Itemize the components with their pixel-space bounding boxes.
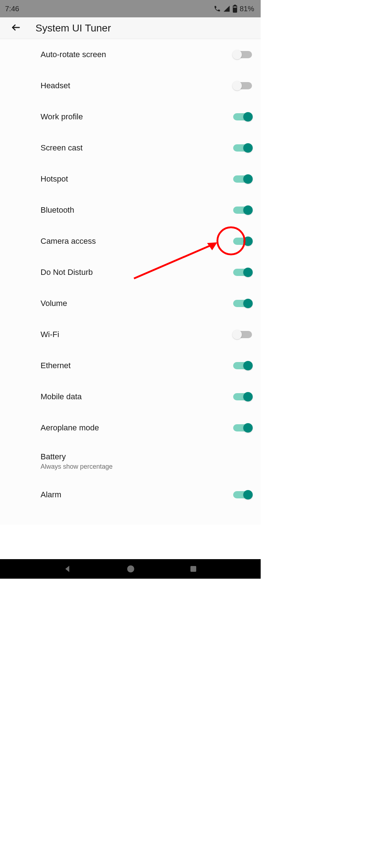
battery-icon [232, 5, 237, 13]
row-bluetooth[interactable]: Bluetooth [0, 195, 261, 226]
row-label: Screen cast [41, 143, 83, 153]
nav-home-icon[interactable] [126, 564, 135, 574]
toggle-hotspot[interactable] [233, 175, 252, 183]
signal-icon [223, 5, 230, 12]
row-hotspot[interactable]: Hotspot [0, 163, 261, 195]
svg-rect-7 [190, 566, 196, 572]
row-ethernet[interactable]: Ethernet [0, 350, 261, 381]
row-label: Ethernet [41, 361, 71, 370]
row-label: Alarm [41, 490, 61, 499]
status-right: 81% [214, 5, 254, 13]
row-label: Auto-rotate screen [41, 50, 106, 59]
toggle-auto-rotate-screen[interactable] [233, 51, 252, 58]
toggle-wi-fi[interactable] [233, 331, 252, 338]
row-work-profile[interactable]: Work profile [0, 101, 261, 132]
row-label: Hotspot [41, 174, 68, 184]
page-title: System UI Tuner [35, 22, 111, 34]
row-auto-rotate-screen[interactable]: Auto-rotate screen [0, 39, 261, 70]
toggle-volume[interactable] [233, 300, 252, 307]
status-bar: 7:46 81% [0, 0, 261, 17]
svg-rect-1 [234, 5, 236, 6]
svg-line-4 [134, 244, 214, 278]
svg-point-6 [127, 565, 134, 573]
status-time: 7:46 [5, 5, 19, 13]
annotation-arrow-icon [130, 239, 224, 284]
row-alarm[interactable]: Alarm [0, 479, 261, 510]
android-nav-bar [0, 559, 261, 579]
toggle-ethernet[interactable] [233, 362, 252, 369]
row-label: Work profile [41, 112, 83, 122]
toggle-screen-cast[interactable] [233, 144, 252, 152]
row-aeroplane-mode[interactable]: Aeroplane mode [0, 412, 261, 443]
row-label: Volume [41, 299, 67, 308]
toggle-do-not-disturb[interactable] [233, 269, 252, 276]
row-label: Battery [41, 452, 113, 461]
toggle-work-profile[interactable] [233, 113, 252, 120]
row-screen-cast[interactable]: Screen cast [0, 132, 261, 163]
toggle-bluetooth[interactable] [233, 207, 252, 214]
nav-recent-icon[interactable] [189, 565, 198, 573]
wifi-calling-icon [214, 5, 221, 12]
svg-rect-2 [233, 7, 236, 8]
toggle-alarm[interactable] [233, 491, 252, 498]
row-label: Wi-Fi [41, 330, 59, 339]
row-label: Do Not Disturb [41, 268, 93, 277]
row-battery[interactable]: Battery Always show percentage [0, 443, 261, 479]
row-label: Mobile data [41, 392, 82, 401]
row-mobile-data[interactable]: Mobile data [0, 381, 261, 412]
arrow-left-icon [11, 22, 21, 34]
row-volume[interactable]: Volume [0, 288, 261, 319]
app-header: System UI Tuner [0, 17, 261, 39]
row-label: Headset [41, 81, 70, 90]
row-label: Aeroplane mode [41, 423, 99, 433]
toggle-mobile-data[interactable] [233, 393, 252, 400]
row-wi-fi[interactable]: Wi-Fi [0, 319, 261, 350]
row-headset[interactable]: Headset [0, 70, 261, 101]
battery-percent: 81% [240, 5, 254, 13]
toggle-headset[interactable] [233, 82, 252, 89]
back-button[interactable] [9, 21, 23, 35]
row-label: Bluetooth [41, 205, 74, 215]
toggle-aeroplane-mode[interactable] [233, 424, 252, 431]
row-label: Camera access [41, 237, 96, 246]
nav-back-icon[interactable] [63, 564, 72, 574]
row-sublabel: Always show percentage [41, 463, 113, 471]
